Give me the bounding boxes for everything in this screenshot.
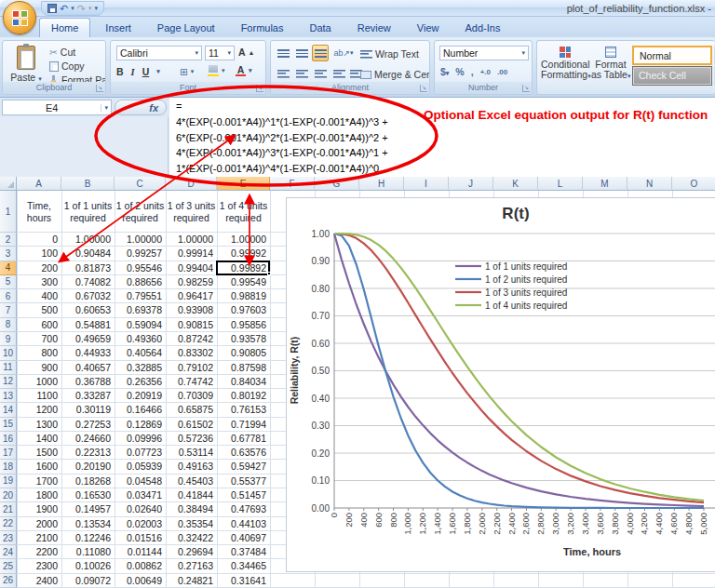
cell-C26[interactable]: 0.00649 [115, 574, 166, 588]
decrease-indent-button[interactable] [331, 65, 347, 82]
cell-D14[interactable]: 0.65875 [166, 403, 217, 417]
cell-A12[interactable]: 1000 [17, 375, 61, 389]
undo-icon[interactable]: ↶ [60, 2, 68, 15]
cell-A20[interactable]: 1800 [17, 488, 61, 502]
row-header-13[interactable]: 13 [0, 389, 17, 403]
row-header-10[interactable]: 10 [0, 346, 17, 360]
column-header-o[interactable]: O [672, 177, 715, 191]
underline-button[interactable]: U [142, 66, 150, 77]
font-size-combo[interactable]: 11▾ [205, 46, 235, 60]
cell-D6[interactable]: 0.96417 [166, 289, 217, 303]
percent-button[interactable]: % [455, 66, 464, 77]
cell-E20[interactable]: 0.51457 [217, 488, 270, 502]
cell-D5[interactable]: 0.98259 [166, 275, 217, 289]
tab-review[interactable]: Review [346, 19, 402, 37]
column-header-n[interactable]: N [627, 177, 672, 191]
cell-A5[interactable]: 300 [17, 275, 61, 289]
cell-A17[interactable]: 1500 [17, 446, 61, 460]
cell-C13[interactable]: 0.20919 [115, 389, 166, 403]
cell-C19[interactable]: 0.04548 [115, 474, 166, 488]
cell-A22[interactable]: 2000 [17, 517, 61, 531]
cell-A18[interactable]: 1600 [17, 460, 61, 474]
cell-A19[interactable]: 1700 [17, 474, 61, 488]
cell-B20[interactable]: 0.16530 [61, 488, 115, 502]
cell-A2[interactable]: 0 [17, 233, 61, 247]
cell-E14[interactable]: 0.76153 [217, 403, 270, 417]
row-header-12[interactable]: 12 [0, 375, 17, 389]
cell-B19[interactable]: 0.18268 [61, 474, 115, 488]
cell-D9[interactable]: 0.87242 [166, 332, 217, 346]
cell-B18[interactable]: 0.20190 [61, 460, 115, 474]
cell-E2[interactable]: 1.00000 [217, 233, 270, 247]
cell-A25[interactable]: 2300 [17, 559, 61, 573]
row-header-7[interactable]: 7 [0, 303, 17, 317]
row-header-6[interactable]: 6 [0, 289, 17, 303]
row-header-2[interactable]: 2 [0, 233, 17, 247]
number-dialog-launcher[interactable]: ↘ [522, 85, 530, 92]
alignment-dialog-launcher[interactable]: ↘ [420, 85, 427, 92]
cell-A13[interactable]: 1100 [17, 389, 61, 403]
name-box-dropdown-icon[interactable]: ▾ [101, 104, 111, 112]
merge-center-button[interactable]: Merge & Center ▾ [360, 69, 430, 80]
clipboard-dialog-launcher[interactable]: ↘ [96, 85, 103, 92]
cell-E16[interactable]: 0.67781 [217, 432, 270, 446]
align-left-button[interactable] [275, 65, 291, 82]
increase-decimal-button[interactable]: +.0 [480, 68, 491, 76]
format-as-table-button[interactable]: Format as Table▾ [591, 47, 630, 81]
cell-B14[interactable]: 0.30119 [61, 403, 115, 417]
cell-E6[interactable]: 0.98819 [217, 289, 270, 303]
cell-B16[interactable]: 0.24660 [61, 432, 115, 446]
cell-B25[interactable]: 0.10026 [61, 559, 115, 573]
style-check-cell[interactable]: Check Cell [632, 66, 712, 86]
cell-D23[interactable]: 0.32422 [166, 531, 217, 545]
cell-C17[interactable]: 0.07723 [115, 446, 166, 460]
cell-A16[interactable]: 1400 [17, 432, 61, 446]
cell-C12[interactable]: 0.26356 [115, 375, 166, 389]
cell-E21[interactable]: 0.47693 [217, 502, 270, 516]
cell-B26[interactable]: 0.09072 [61, 574, 115, 588]
cell-D15[interactable]: 0.61502 [166, 418, 217, 432]
column-header-c[interactable]: C [115, 177, 166, 191]
header-cell-b1[interactable]: 1 of 1 units required [61, 191, 115, 233]
cell-E11[interactable]: 0.87598 [217, 361, 270, 375]
redo-icon[interactable]: ↷ [77, 2, 86, 15]
font-dialog-launcher[interactable]: ↘ [256, 85, 263, 92]
cell-C16[interactable]: 0.09996 [115, 432, 166, 446]
cell-C25[interactable]: 0.00862 [115, 559, 166, 573]
row-header-14[interactable]: 14 [0, 403, 17, 417]
cell-D22[interactable]: 0.35354 [166, 517, 217, 531]
cell-D25[interactable]: 0.27163 [166, 559, 217, 573]
cell-D13[interactable]: 0.70309 [166, 389, 217, 403]
cell-A4[interactable]: 200 [17, 261, 61, 275]
cell-B7[interactable]: 0.60653 [61, 303, 115, 317]
cell-B12[interactable]: 0.36788 [61, 375, 115, 389]
cell-E10[interactable]: 0.90805 [217, 346, 270, 360]
tab-add-ins[interactable]: Add-Ins [453, 19, 511, 37]
tab-insert[interactable]: Insert [94, 19, 142, 37]
cell-B9[interactable]: 0.49659 [61, 332, 115, 346]
font-name-combo[interactable]: Calibri▾ [116, 46, 202, 60]
cell-B23[interactable]: 0.12246 [61, 531, 115, 545]
row-header-18[interactable]: 18 [0, 460, 17, 474]
cell-E5[interactable]: 0.99549 [217, 275, 270, 289]
cell-C21[interactable]: 0.02640 [115, 502, 166, 516]
row-header-16[interactable]: 16 [0, 432, 17, 446]
chart[interactable]: 1.000.900.800.700.600.500.400.300.200.10… [286, 197, 715, 572]
cell-A8[interactable]: 600 [17, 318, 61, 332]
cell-E8[interactable]: 0.95856 [217, 318, 270, 332]
office-button[interactable] [3, 1, 36, 34]
cell-E25[interactable]: 0.34465 [217, 559, 270, 573]
cell-E24[interactable]: 0.37484 [217, 545, 270, 559]
cell-A24[interactable]: 2200 [17, 545, 61, 559]
row-header-19[interactable]: 19 [0, 474, 17, 488]
cell-C6[interactable]: 0.79551 [115, 289, 166, 303]
cell-B22[interactable]: 0.13534 [61, 517, 115, 531]
name-box[interactable]: E4 ▾ [2, 100, 112, 115]
cell-E23[interactable]: 0.40697 [217, 531, 270, 545]
style-normal[interactable]: Normal [632, 46, 712, 65]
cell-B2[interactable]: 1.00000 [61, 233, 115, 247]
cell-E9[interactable]: 0.93578 [217, 332, 270, 346]
cell-C22[interactable]: 0.02003 [115, 517, 166, 531]
underline-dropdown-icon[interactable]: ▾ [156, 68, 160, 75]
cell-B15[interactable]: 0.27253 [61, 418, 115, 432]
